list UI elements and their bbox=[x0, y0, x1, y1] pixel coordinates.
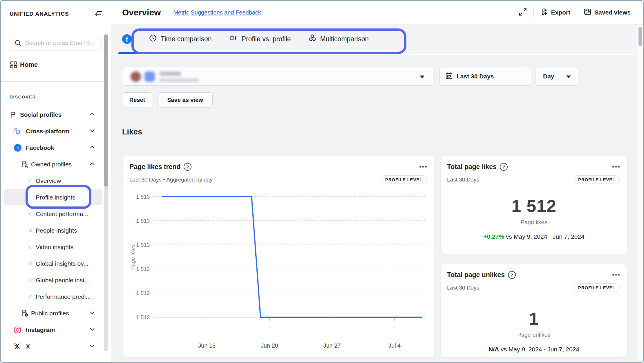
help-icon[interactable]: ? bbox=[500, 163, 508, 171]
total-page-unlikes-card: Total page unlikes ? Last 30 Days PROFIL… bbox=[440, 264, 627, 357]
instagram-icon bbox=[14, 326, 21, 334]
chevron-down-icon[interactable] bbox=[89, 343, 95, 350]
facebook-icon: f bbox=[126, 35, 128, 44]
sidebar-item-home[interactable]: Home bbox=[1, 57, 111, 73]
chevron-up-icon[interactable] bbox=[89, 161, 95, 168]
granularity-value: Day bbox=[543, 73, 554, 80]
tab-time-comparison[interactable]: Time comparison bbox=[140, 34, 220, 44]
svg-text:1 512: 1 512 bbox=[136, 314, 150, 320]
sidebar-item-label: Cross-platform bbox=[1, 128, 70, 135]
sidebar-item-owned-profiles[interactable]: Owned profiles bbox=[1, 156, 107, 172]
sidebar-item-label: Video insights bbox=[1, 244, 73, 251]
tab-multicomparison[interactable]: Multicomparison bbox=[300, 34, 377, 44]
sidebar-item-people-insights[interactable]: People insights bbox=[1, 222, 107, 239]
calendar-icon bbox=[445, 72, 453, 81]
tab-profile-vs-profile[interactable]: Profile vs. profile bbox=[220, 34, 300, 44]
export-icon bbox=[540, 8, 549, 17]
chevron-down-icon[interactable] bbox=[89, 326, 95, 334]
svg-text:1 512: 1 512 bbox=[136, 290, 150, 296]
facebook-icon: f bbox=[14, 144, 22, 152]
sidebar-item-facebook[interactable]: fFacebook bbox=[1, 139, 107, 156]
sidebar-item-label: Content performa... bbox=[1, 211, 88, 218]
tab-label: Multicomparison bbox=[320, 35, 369, 43]
sidebar-item-instagram[interactable]: Instagram bbox=[1, 321, 107, 338]
comparison-row: N/A vs May 9, 2024 - Jun 7, 2024 bbox=[441, 346, 627, 353]
search-box bbox=[10, 35, 102, 51]
delta-value: N/A bbox=[489, 346, 499, 353]
svg-text:Jun 13: Jun 13 bbox=[198, 342, 216, 349]
sidebar-item-social-profiles[interactable]: Social profiles bbox=[1, 106, 107, 123]
chevron-up-icon[interactable] bbox=[89, 111, 95, 118]
profile-tabs-bar: f Time comparisonProfile vs. profileMult… bbox=[111, 24, 644, 54]
profile-selector[interactable] bbox=[122, 67, 433, 86]
date-range-picker[interactable]: Last 30 Days bbox=[439, 67, 531, 86]
sidebar-item-label: Owned profiles bbox=[1, 161, 72, 168]
search-input[interactable] bbox=[25, 35, 97, 51]
home-grid-icon bbox=[10, 61, 18, 70]
brand-title: UNIFIED ANALYTICS bbox=[10, 11, 69, 17]
main-scrollbar-track[interactable] bbox=[637, 25, 643, 360]
tab-label: Profile vs. profile bbox=[242, 35, 291, 43]
bullet-icon bbox=[29, 295, 32, 298]
app-window: UNIFIED ANALYTICS Ho bbox=[0, 0, 644, 363]
comparison-row: +0.27% vs May 9, 2024 - Jun 7, 2024 bbox=[441, 233, 627, 240]
metric-suggestions-link[interactable]: Metric Suggestions and Feedback bbox=[173, 9, 261, 16]
reset-button[interactable]: Reset bbox=[122, 92, 152, 107]
sidebar-item-overview[interactable]: Overview bbox=[1, 172, 107, 189]
sidebar-item-label: People insights bbox=[1, 227, 77, 234]
sidebar-item-video-insights[interactable]: Video insights bbox=[1, 239, 107, 255]
profile-level-badge: PROFILE LEVEL bbox=[574, 283, 620, 292]
granularity-select[interactable]: Day bbox=[535, 67, 578, 86]
saved-views-icon bbox=[583, 8, 592, 17]
sidebar-item-x[interactable]: X bbox=[1, 338, 107, 355]
facebook-profile-tab[interactable]: f bbox=[122, 34, 132, 44]
sidebar-item-global-insights-ov[interactable]: Global insights ov... bbox=[1, 255, 107, 272]
sidebar-item-performance-predi[interactable]: Performance predi... bbox=[1, 288, 107, 305]
card-subheader: Last 30 Days PROFILE LEVEL bbox=[441, 279, 627, 292]
more-menu-icon[interactable] bbox=[612, 274, 620, 276]
sidebar-item-label: Instagram bbox=[1, 326, 55, 333]
blurred-avatar bbox=[131, 71, 141, 82]
main-scrollbar-thumb[interactable] bbox=[638, 27, 642, 46]
card-period: Last 30 Days bbox=[447, 285, 479, 291]
sidebar-item-content-performa[interactable]: Content performa... bbox=[1, 206, 107, 222]
svg-text:1 513: 1 513 bbox=[136, 242, 150, 248]
collapse-sidebar-button[interactable] bbox=[93, 10, 103, 19]
sidebar-item-cross-platform[interactable]: Cross-platform bbox=[1, 123, 107, 139]
sidebar: UNIFIED ANALYTICS Ho bbox=[1, 1, 111, 362]
sidebar-item-label: Public profiles bbox=[1, 310, 69, 317]
svg-text:Page likes: Page likes bbox=[130, 244, 136, 270]
help-icon[interactable]: ? bbox=[508, 271, 516, 279]
card-title: Total page likes bbox=[447, 163, 497, 171]
saved-views-button[interactable]: Saved views bbox=[583, 8, 631, 17]
bullet-icon bbox=[29, 279, 32, 282]
sidebar-item-profile-insights[interactable]: Profile insights bbox=[1, 189, 107, 206]
discover-section-label: DISCOVER bbox=[10, 94, 36, 99]
reset-label: Reset bbox=[129, 97, 145, 103]
comparison-tabs: Time comparisonProfile vs. profileMultic… bbox=[140, 24, 377, 54]
collapse-sidebar-icon bbox=[94, 9, 103, 20]
sidebar-item-public-profiles[interactable]: Public profiles bbox=[1, 305, 107, 321]
tab-label: Time comparison bbox=[161, 35, 212, 43]
search-icon bbox=[14, 39, 22, 48]
svg-text:Jun 27: Jun 27 bbox=[323, 342, 341, 349]
page-likes-line-chart: 1 5131 5131 5131 5121 5121 512Page likes… bbox=[123, 156, 434, 357]
svg-text:Jun 20: Jun 20 bbox=[261, 342, 278, 349]
sidebar-item-global-people-insi[interactable]: Global people insi... bbox=[1, 272, 107, 288]
export-button[interactable]: Export bbox=[540, 8, 571, 17]
save-as-view-button[interactable]: Save as view bbox=[158, 92, 213, 107]
likes-section-title: Likes bbox=[122, 127, 142, 136]
vs-circles-icon bbox=[229, 34, 238, 44]
chevron-down-icon bbox=[566, 76, 571, 78]
header-divider bbox=[167, 8, 167, 17]
date-range-label: Last 30 Days bbox=[457, 73, 494, 80]
expand-fullscreen-icon[interactable] bbox=[518, 8, 527, 17]
card-title: Total page unlikes bbox=[447, 271, 505, 279]
more-menu-icon[interactable] bbox=[612, 166, 620, 168]
clock-icon bbox=[149, 34, 157, 44]
content-area: Last 30 Days Day Reset Save as view Like… bbox=[111, 55, 644, 362]
export-label: Export bbox=[551, 9, 571, 16]
chevron-down-icon[interactable] bbox=[89, 310, 95, 317]
chevron-up-icon[interactable] bbox=[89, 144, 95, 152]
chevron-down-icon[interactable] bbox=[89, 127, 95, 135]
